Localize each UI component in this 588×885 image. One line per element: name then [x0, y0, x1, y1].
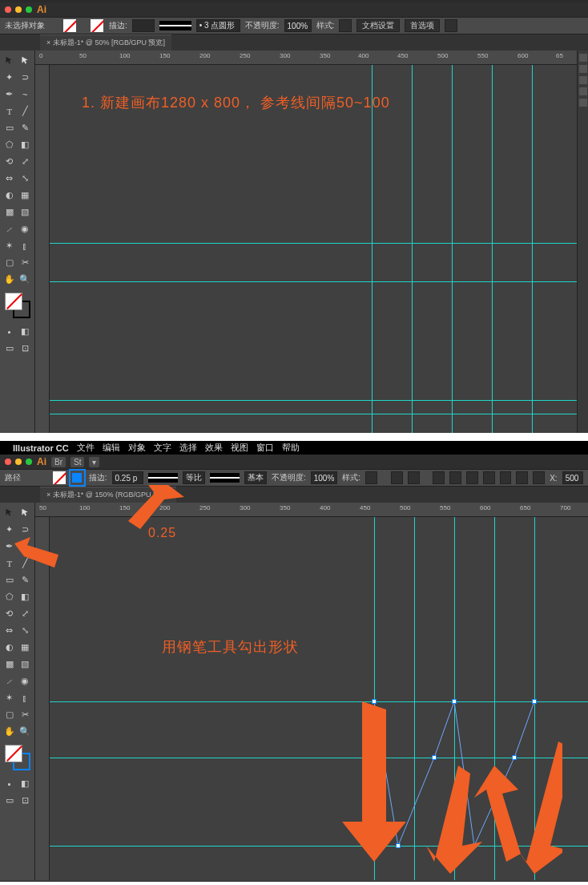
magic-wand-tool[interactable]: ✦	[2, 70, 17, 85]
graph-tool[interactable]: ⫿	[18, 238, 33, 253]
hand-tool[interactable]: ✋	[2, 272, 17, 287]
symbol-sprayer-tool[interactable]: ✶	[2, 690, 17, 705]
align-top-icon[interactable]	[483, 471, 495, 484]
minimize-icon[interactable]	[15, 6, 22, 13]
fill-stroke-control[interactable]	[5, 745, 30, 770]
window-controls[interactable]	[5, 6, 32, 13]
style-picker[interactable]	[365, 471, 377, 484]
stroke-swatch[interactable]	[90, 18, 104, 33]
align-left-icon[interactable]	[433, 471, 445, 484]
line-tool[interactable]: ╱	[18, 556, 33, 571]
screen-mode[interactable]: ▭	[2, 341, 17, 356]
arrange-button[interactable]: ▾	[89, 457, 99, 467]
screen-mode[interactable]: ▭	[2, 793, 17, 808]
perspective-tool[interactable]: ▦	[18, 640, 33, 655]
stroke-weight-field[interactable]	[132, 19, 155, 32]
gradient-tool[interactable]: ▧	[18, 204, 33, 220]
rectangle-tool[interactable]: ▭	[2, 120, 17, 135]
menu-file[interactable]: 文件	[77, 442, 95, 454]
doc-tab[interactable]: × 未标题-1* @ 50% [RGB/GPU 预览]	[40, 34, 171, 51]
guide-h[interactable]	[50, 281, 577, 282]
zoom-tool[interactable]: 🔍	[18, 272, 33, 287]
hand-tool[interactable]: ✋	[2, 724, 17, 739]
eyedropper-tool[interactable]: ⟋	[2, 221, 17, 236]
menu-app[interactable]: Illustrator CC	[13, 443, 69, 453]
menu-window[interactable]: 窗口	[256, 442, 274, 454]
change-screen[interactable]: ⊡	[18, 341, 33, 356]
rotate-tool[interactable]: ⟲	[2, 154, 17, 169]
close-icon[interactable]	[5, 6, 11, 13]
color-mode[interactable]: ▪	[2, 324, 17, 339]
close-icon[interactable]	[5, 459, 11, 465]
mesh-tool[interactable]: ▩	[2, 657, 17, 672]
slice-tool[interactable]: ✂	[18, 707, 33, 722]
align-center-icon[interactable]	[449, 471, 461, 484]
direct-selection-tool[interactable]	[18, 53, 33, 68]
align-bottom-icon[interactable]	[516, 471, 528, 484]
guide-v[interactable]	[412, 65, 413, 433]
align-middle-icon[interactable]	[500, 471, 512, 484]
zoom-tool[interactable]: 🔍	[18, 724, 33, 739]
brush-label[interactable]: 基本	[244, 471, 267, 484]
symbol-sprayer-tool[interactable]: ✶	[2, 238, 17, 253]
magic-wand-tool[interactable]: ✦	[2, 522, 17, 537]
blend-tool[interactable]: ◉	[18, 221, 33, 236]
direct-selection-tool[interactable]	[18, 505, 33, 520]
menu-help[interactable]: 帮助	[282, 442, 300, 454]
color-mode[interactable]: ▪	[2, 776, 17, 791]
bridge-button[interactable]: Br	[51, 457, 66, 467]
pen-path[interactable]	[50, 517, 588, 880]
prefs-button[interactable]: 首选项	[405, 19, 440, 32]
transform-icon[interactable]	[533, 471, 545, 484]
docsetup-button[interactable]: 文档设置	[356, 19, 400, 32]
curvature-tool[interactable]: ~	[18, 539, 33, 554]
selection-tool[interactable]	[2, 53, 17, 68]
stroke-swatch[interactable]	[70, 471, 84, 485]
guide-v[interactable]	[492, 65, 493, 433]
more-icon[interactable]	[445, 19, 457, 32]
type-tool[interactable]: T	[2, 556, 17, 571]
gradient-mode[interactable]: ◧	[18, 324, 33, 339]
menu-type[interactable]: 文字	[154, 442, 171, 454]
window-controls[interactable]	[5, 459, 32, 465]
shape-builder-tool[interactable]: ◐	[2, 188, 17, 203]
stock-button[interactable]: St	[70, 457, 84, 467]
curvature-tool[interactable]: ~	[18, 87, 33, 102]
stroke-weight-field[interactable]: 0.25 p	[112, 471, 143, 484]
canvas[interactable]: 用钢笔工具勾出形状	[50, 517, 588, 880]
width-tool[interactable]: ⇔	[2, 623, 17, 638]
graph-tool[interactable]: ⫿	[18, 690, 33, 705]
change-screen[interactable]: ⊡	[18, 793, 33, 808]
shape-builder-tool[interactable]: ◐	[2, 640, 17, 655]
anchor-point[interactable]	[372, 699, 377, 704]
guide-h[interactable]	[50, 243, 577, 244]
menu-view[interactable]: 视图	[231, 442, 248, 454]
selection-tool[interactable]	[2, 505, 17, 520]
menu-select[interactable]: 选择	[179, 442, 197, 454]
scale-tool[interactable]: ⤢	[18, 606, 33, 621]
anchor-point[interactable]	[432, 755, 437, 760]
doc-tab[interactable]: × 未标题-1* @ 150% (RGB/GPU 预览)	[40, 487, 176, 503]
gradient-mode[interactable]: ◧	[18, 776, 33, 791]
zoom-icon[interactable]	[26, 6, 32, 13]
guide-h[interactable]	[50, 400, 577, 401]
eraser-tool[interactable]: ◧	[18, 589, 33, 604]
guide-h[interactable]	[50, 414, 577, 414]
scale-tool[interactable]: ⤢	[18, 154, 33, 169]
menu-object[interactable]: 对象	[128, 442, 146, 454]
x-field[interactable]: 500	[562, 471, 583, 484]
rectangle-tool[interactable]: ▭	[2, 572, 17, 588]
eraser-tool[interactable]: ◧	[18, 137, 33, 152]
rotate-tool[interactable]: ⟲	[2, 606, 17, 621]
type-tool[interactable]: T	[2, 103, 17, 119]
blend-tool[interactable]: ◉	[18, 673, 33, 689]
paintbrush-tool[interactable]: ✎	[18, 572, 33, 588]
brush-def[interactable]	[210, 473, 240, 483]
opacity-field[interactable]: 100%	[284, 19, 312, 32]
profile-label[interactable]: 等比	[183, 471, 205, 484]
shaper-tool[interactable]: ⬠	[2, 137, 17, 152]
style-picker[interactable]	[339, 19, 352, 32]
guide-v[interactable]	[452, 65, 453, 433]
brush-shape-field[interactable]: • 3 点圆形	[196, 19, 240, 32]
align-right-icon[interactable]	[466, 471, 478, 484]
